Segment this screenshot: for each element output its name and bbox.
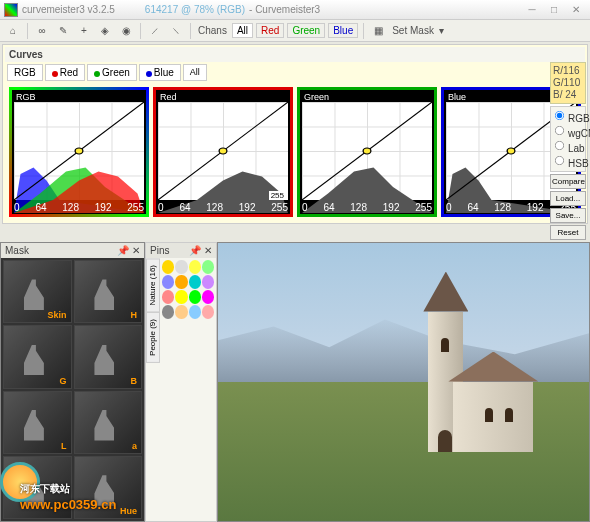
svg-point-10 xyxy=(363,148,371,154)
color-pin[interactable] xyxy=(162,290,174,304)
rgb-readout: R/116G/110B/ 24 xyxy=(550,62,586,104)
link-icon[interactable]: ∞ xyxy=(33,22,51,40)
picker-icon[interactable]: ◈ xyxy=(96,22,114,40)
color-pin[interactable] xyxy=(175,305,187,319)
app-subtitle: - Curvemeister3 xyxy=(249,4,320,15)
color-pin[interactable] xyxy=(162,275,174,289)
color-pin[interactable] xyxy=(202,275,214,289)
plus-icon[interactable]: + xyxy=(75,22,93,40)
mask-thumb[interactable]: B xyxy=(74,325,143,388)
mask-thumb[interactable]: G xyxy=(3,325,72,388)
curve-editor-rgb[interactable]: RGB 064128192255 xyxy=(9,87,149,217)
radio-rgb[interactable]: RGB xyxy=(553,109,583,124)
mask-thumb[interactable]: L xyxy=(3,391,72,454)
load-button[interactable]: Load... xyxy=(550,191,586,206)
setmask-label: Set Mask xyxy=(392,25,434,36)
mask-panel-title: Mask xyxy=(5,245,29,256)
pin-icon[interactable]: 📌 ✕ xyxy=(117,245,140,256)
curves-panel-title: Curves xyxy=(5,47,585,62)
color-pin[interactable] xyxy=(175,290,187,304)
tab-blue[interactable]: Blue xyxy=(139,64,181,81)
dropper2-icon[interactable]: ◉ xyxy=(117,22,135,40)
minimize-button[interactable]: ─ xyxy=(522,3,542,17)
color-pin[interactable] xyxy=(202,305,214,319)
tab-rgb[interactable]: RGB xyxy=(7,64,43,81)
mask-thumb[interactable]: Skin xyxy=(3,260,72,323)
curve-preset-icon[interactable]: ⟋ xyxy=(146,22,164,40)
curve-preset2-icon[interactable]: ⟍ xyxy=(167,22,185,40)
app-title: curvemeister3 v3.2.5 xyxy=(22,4,115,15)
radio-hsb[interactable]: HSB xyxy=(553,154,583,169)
chan-green-button[interactable]: Green xyxy=(287,23,325,38)
color-pin[interactable] xyxy=(189,260,201,274)
mask-thumb[interactable]: H xyxy=(74,260,143,323)
color-pin[interactable] xyxy=(189,305,201,319)
color-pin[interactable] xyxy=(202,290,214,304)
chan-all-button[interactable]: All xyxy=(232,23,253,38)
watermark: 河东下载站 www.pc0359.cn xyxy=(20,476,116,512)
main-toolbar: ⌂ ∞ ✎ + ◈ ◉ ⟋ ⟍ Chans All Red Green Blue… xyxy=(0,20,590,42)
radio-wgcmyk[interactable]: wgCMYK xyxy=(553,124,583,139)
home-icon[interactable]: ⌂ xyxy=(4,22,22,40)
chans-label: Chans xyxy=(198,25,227,36)
colorspace-group: RGB wgCMYK Lab HSB xyxy=(550,106,586,172)
radio-lab[interactable]: Lab xyxy=(553,139,583,154)
mask-icon[interactable]: ▦ xyxy=(369,22,387,40)
curve-editor-red[interactable]: Red 255 064128192255 xyxy=(153,87,293,217)
app-icon xyxy=(4,3,18,17)
pins-tab-nature[interactable]: Nature (16) xyxy=(146,258,160,312)
svg-point-4 xyxy=(75,148,83,154)
tab-all[interactable]: All xyxy=(183,64,207,81)
tab-red[interactable]: Red xyxy=(45,64,85,81)
compare-button[interactable]: Compare xyxy=(550,174,586,189)
color-pin[interactable] xyxy=(202,260,214,274)
maximize-button[interactable]: □ xyxy=(544,3,564,17)
pin-icon[interactable]: 📌 ✕ xyxy=(189,245,212,256)
close-button[interactable]: ✕ xyxy=(566,3,586,17)
pins-panel-title: Pins xyxy=(150,245,169,256)
tab-green[interactable]: Green xyxy=(87,64,137,81)
image-preview[interactable] xyxy=(217,242,590,522)
document-info: 614217 @ 78% (RGB) xyxy=(145,4,245,15)
color-pin[interactable] xyxy=(189,275,201,289)
color-pin[interactable] xyxy=(189,290,201,304)
curve-editor-green[interactable]: Green 064128192255 xyxy=(297,87,437,217)
pins-tab-people[interactable]: People (9) xyxy=(146,312,160,363)
reset-button[interactable]: Reset xyxy=(550,225,586,240)
color-pin[interactable] xyxy=(175,275,187,289)
color-pin[interactable] xyxy=(162,305,174,319)
setmask-dropdown[interactable]: ▾ xyxy=(439,25,444,36)
save-button[interactable]: Save... xyxy=(550,208,586,223)
chan-blue-button[interactable]: Blue xyxy=(328,23,358,38)
svg-point-13 xyxy=(507,148,515,154)
chan-red-button[interactable]: Red xyxy=(256,23,284,38)
svg-point-7 xyxy=(219,148,227,154)
mask-thumb[interactable]: a xyxy=(74,391,143,454)
color-pin[interactable] xyxy=(162,260,174,274)
color-pin[interactable] xyxy=(175,260,187,274)
eyedropper-icon[interactable]: ✎ xyxy=(54,22,72,40)
